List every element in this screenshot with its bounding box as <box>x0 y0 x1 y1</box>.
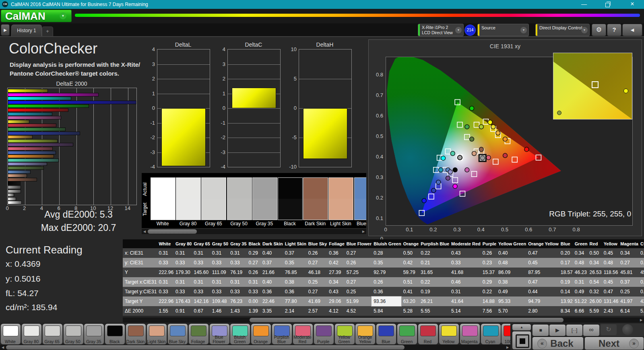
meter-line1: X-Rite i1Pro 2 <box>422 25 448 30</box>
patch-button-Blue[interactable]: Blue <box>376 323 396 344</box>
refresh-button[interactable]: ↻ <box>601 324 617 335</box>
patch-button-White[interactable]: White <box>0 323 21 344</box>
table-scrollbar[interactable]: ▶ <box>123 317 644 323</box>
display-control-dropdown[interactable]: Direct Display Control ▼ <box>535 24 590 36</box>
patch-swatch-label: Gray 80 <box>175 221 200 226</box>
patch-button-swatch <box>66 325 81 336</box>
patch-button-label: Blue <box>376 340 395 344</box>
patch-button-Gray 50[interactable]: Gray 50 <box>63 323 84 344</box>
table-cell: 2.80 <box>526 306 559 316</box>
patch-button-Yellow[interactable]: Yellow <box>439 323 459 344</box>
patch-button-Blue Flower[interactable]: Blue Flower <box>209 323 230 344</box>
patch-button-Black[interactable]: Black <box>105 323 125 344</box>
row-label: y: CIE31 <box>123 258 157 268</box>
content-top-edge <box>0 36 644 37</box>
table-cell: 29.06 <box>327 296 345 306</box>
tick-label: -4 <box>144 164 155 170</box>
minimize-button[interactable]: — <box>575 0 593 9</box>
scroll-right-icon[interactable]: ▶ <box>638 317 644 323</box>
table-cell: 2.43 <box>602 306 619 316</box>
chevron-down-icon[interactable]: ▼ <box>520 27 527 33</box>
table-cell: 0.49 <box>573 287 588 296</box>
chevron-down-icon[interactable]: ▼ <box>60 12 66 19</box>
continuous-measure-button[interactable]: ∞ <box>583 324 600 336</box>
deltae-bar <box>8 120 29 124</box>
tick-label: -1 <box>215 120 225 126</box>
nav-forward-button[interactable]: ▶ <box>1 24 10 36</box>
scroll-left-icon[interactable]: ◀ <box>0 345 6 350</box>
table-cell: 26.53 <box>588 268 602 277</box>
patch-button-Gray 65[interactable]: Gray 65 <box>42 323 63 344</box>
pattern-sequence-button[interactable]: [··] <box>566 324 583 336</box>
patch-button-Cyan[interactable]: Cyan <box>481 323 501 344</box>
patch-button-Purple[interactable]: Purple <box>314 323 334 344</box>
scroll-right-icon[interactable]: ▶ <box>505 345 510 350</box>
patch-button-swatch <box>378 325 394 336</box>
pattern-window-button[interactable] <box>512 331 531 350</box>
table-cell: 27.39 <box>327 268 345 277</box>
record-button[interactable] <box>622 324 633 335</box>
table-cell: 1.55 <box>157 306 173 316</box>
table-cell: 0.40 <box>260 277 283 287</box>
patch-button-Purplish Blue[interactable]: Purplish Blue <box>272 323 292 344</box>
stop-button[interactable]: ■ <box>532 324 549 336</box>
tab-history-1[interactable]: History 1 <box>11 25 42 37</box>
patch-button-Orange[interactable]: Orange <box>251 323 271 344</box>
bottom-scrollbar-thumb[interactable] <box>6 345 405 350</box>
panel-up-icon[interactable]: ▲ <box>512 324 531 331</box>
patch-button-Orange Yellow[interactable]: Orange Yellow <box>355 323 376 344</box>
help-icon[interactable]: ? <box>607 24 621 36</box>
deltae-bar <box>8 185 21 189</box>
patch-button-swatch <box>483 325 499 336</box>
chevron-down-icon[interactable]: ▼ <box>455 27 462 33</box>
scroll-left-icon[interactable]: ◀ <box>142 229 147 234</box>
column-header: Moderate Red <box>449 239 481 248</box>
patch-button-Magenta[interactable]: Magenta <box>460 323 480 344</box>
patch-button-Gray 80[interactable]: Gray 80 <box>21 323 42 344</box>
patch-button-Foliage[interactable]: Foliage <box>188 323 209 344</box>
bottom-scrollbar[interactable]: ◀ ▶ <box>0 345 510 350</box>
selected-cell[interactable]: 93.36 <box>372 296 401 306</box>
column-header: Yellow <box>602 239 619 248</box>
deltae-tick-label: 14 <box>123 205 132 211</box>
patch-button-Yellow Green[interactable]: Yellow Green <box>334 323 355 344</box>
meter-badge[interactable]: 214 <box>464 25 476 36</box>
deltae-tick-label: 6 <box>54 205 64 211</box>
chevron-down-icon[interactable]: ▼ <box>581 27 588 33</box>
add-tab-button[interactable]: + <box>42 27 53 37</box>
patch-button-Bluish Green[interactable]: Bluish Green <box>230 323 250 344</box>
reading-cdm2: cd/m²: 185.94 <box>6 303 57 312</box>
patch-button-Light Skin[interactable]: Light Skin <box>147 323 167 344</box>
table-cell: 0.33 <box>228 258 246 268</box>
display-control-accent <box>536 24 537 36</box>
patch-button-Red[interactable]: Red <box>418 323 438 344</box>
restore-button[interactable] <box>598 0 617 9</box>
patch-button-Dark Skin[interactable]: Dark Skin <box>126 323 146 344</box>
patch-button-Gray 35[interactable]: Gray 35 <box>84 323 104 344</box>
play-button[interactable]: ▶ <box>549 324 566 336</box>
strip-scrollbar[interactable]: ◀ ▶ <box>142 229 366 234</box>
table-cell: 0.40 <box>260 248 283 258</box>
back-button[interactable]: « Back <box>532 337 584 350</box>
scroll-right-icon[interactable]: ▶ <box>361 229 366 234</box>
patch-button-100% Red[interactable]: 100%.. <box>501 323 510 344</box>
delta-bar <box>303 108 347 159</box>
gear-icon[interactable]: ⚙ <box>592 24 606 36</box>
column-header: Gray 35 <box>228 239 246 248</box>
next-button[interactable]: Next » <box>584 337 644 350</box>
collapse-panel-icon[interactable]: ◀ <box>622 24 642 36</box>
close-button[interactable]: × <box>623 0 642 9</box>
source-dropdown[interactable]: Source ▼ <box>477 24 529 36</box>
table-cell: 5.84 <box>372 306 401 316</box>
strip-scrollbar-thumb[interactable] <box>148 229 197 234</box>
patch-button-label: Blue Sky <box>168 340 187 344</box>
cie-x-tick: 0.8 <box>570 226 583 233</box>
column-header: Foliage <box>327 239 345 248</box>
table-scrollbar-thumb[interactable] <box>250 318 564 322</box>
patch-button-Green[interactable]: Green <box>397 323 417 344</box>
patch-button-Blue Sky[interactable]: Blue Sky <box>167 323 188 344</box>
tick-label: -5 <box>286 134 297 140</box>
patch-button-Moderate Red[interactable]: Moderate Red <box>293 323 313 344</box>
meter-dropdown[interactable]: X-Rite i1Pro 2 LCD Direct View ▼ <box>418 24 464 36</box>
table-cell: 0.48 <box>496 258 526 268</box>
